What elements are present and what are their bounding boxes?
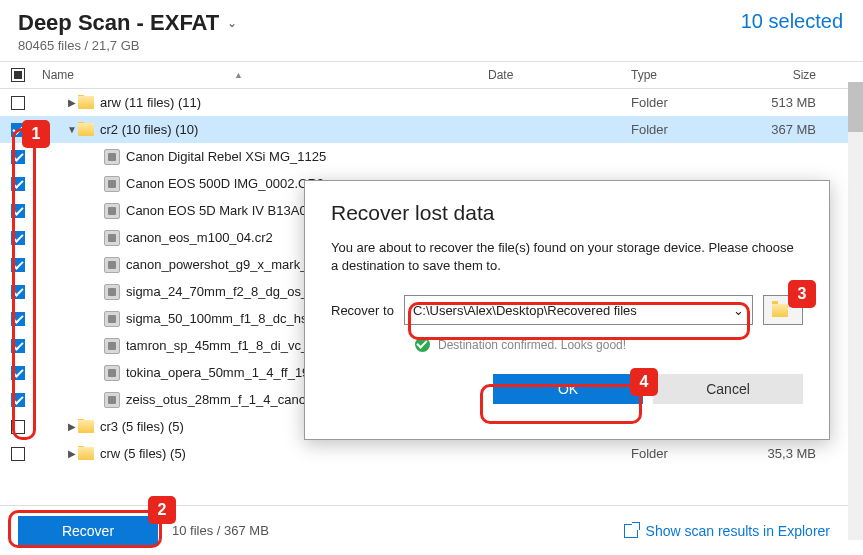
row-checkbox[interactable]: [11, 150, 25, 164]
file-icon: [104, 176, 120, 192]
ok-button[interactable]: OK: [493, 374, 643, 404]
sort-arrow-icon: ▲: [234, 70, 243, 80]
table-header: Name▲ Date Type Size: [0, 61, 863, 89]
table-row[interactable]: ▶crw (5 files) (5)Folder35,3 MB: [0, 440, 863, 467]
table-row[interactable]: ▼cr2 (10 files) (10)Folder367 MB: [0, 116, 863, 143]
expand-toggle-icon[interactable]: ▶: [66, 97, 78, 108]
row-checkbox[interactable]: [11, 231, 25, 245]
file-name: canon_powershot_g9_x_mark_ii_: [126, 257, 320, 272]
select-all-checkbox[interactable]: [11, 68, 25, 82]
folder-icon: [78, 420, 94, 433]
scrollbar-track[interactable]: [848, 82, 863, 540]
row-checkbox[interactable]: [11, 177, 25, 191]
file-name: zeiss_otus_28mm_f_1_4_canon_e: [126, 392, 328, 407]
expand-toggle-icon[interactable]: ▶: [66, 421, 78, 432]
file-name: tamron_sp_45mm_f1_8_di_vc_us: [126, 338, 322, 353]
row-checkbox[interactable]: [11, 393, 25, 407]
file-icon: [104, 257, 120, 273]
file-icon: [104, 284, 120, 300]
row-checkbox[interactable]: [11, 420, 25, 434]
row-checkbox[interactable]: [11, 366, 25, 380]
chevron-down-icon: ⌄: [733, 303, 744, 318]
file-type: Folder: [631, 95, 746, 110]
file-type: Folder: [631, 446, 746, 461]
file-type: Folder: [631, 122, 746, 137]
file-name: canon_eos_m100_04.cr2: [126, 230, 273, 245]
row-checkbox[interactable]: [11, 312, 25, 326]
annotation-4: 4: [630, 368, 658, 396]
footer: Recover 10 files / 367 MB Show scan resu…: [0, 505, 848, 555]
folder-icon: [78, 96, 94, 109]
file-name: Canon Digital Rebel XSi MG_1125: [126, 149, 326, 164]
row-checkbox[interactable]: [11, 285, 25, 299]
file-icon: [104, 338, 120, 354]
file-icon: [104, 230, 120, 246]
file-icon: [104, 149, 120, 165]
file-name: arw (11 files) (11): [100, 95, 201, 110]
row-checkbox[interactable]: [11, 339, 25, 353]
row-checkbox[interactable]: [11, 258, 25, 272]
col-name[interactable]: Name: [42, 68, 74, 82]
row-checkbox[interactable]: [11, 204, 25, 218]
scrollbar-thumb[interactable]: [848, 82, 863, 132]
annotation-2: 2: [148, 496, 176, 524]
file-size: 35,3 MB: [746, 446, 840, 461]
recover-to-label: Recover to: [331, 303, 394, 318]
file-name: sigma_24_70mm_f2_8_dg_os_hs: [126, 284, 322, 299]
folder-icon: [78, 447, 94, 460]
col-size[interactable]: Size: [746, 68, 840, 82]
file-icon: [104, 203, 120, 219]
expand-toggle-icon[interactable]: ▶: [66, 448, 78, 459]
file-name: cr2 (10 files) (10): [100, 122, 198, 137]
file-size: 367 MB: [746, 122, 840, 137]
external-link-icon: [624, 524, 638, 538]
file-icon: [104, 365, 120, 381]
check-circle-icon: [415, 337, 430, 352]
destination-path: C:\Users\Alex\Desktop\Recovered files: [413, 303, 637, 318]
file-size: 513 MB: [746, 95, 840, 110]
cancel-button[interactable]: Cancel: [653, 374, 803, 404]
recover-button[interactable]: Recover: [18, 516, 158, 546]
file-icon: [104, 311, 120, 327]
folder-icon: [772, 304, 788, 317]
folder-icon: [78, 123, 94, 136]
destination-confirmed: Destination confirmed. Looks good!: [415, 337, 803, 352]
file-name: Canon EOS 5D Mark IV B13A073: [126, 203, 321, 218]
header: Deep Scan - EXFAT ⌄ 80465 files / 21,7 G…: [0, 0, 863, 61]
file-name: crw (5 files) (5): [100, 446, 186, 461]
col-type[interactable]: Type: [631, 68, 746, 82]
scan-stats: 80465 files / 21,7 GB: [18, 38, 237, 53]
destination-select[interactable]: C:\Users\Alex\Desktop\Recovered files ⌄: [404, 295, 753, 325]
table-row[interactable]: Canon Digital Rebel XSi MG_1125: [0, 143, 863, 170]
table-row[interactable]: ▶arw (11 files) (11)Folder513 MB: [0, 89, 863, 116]
file-name: sigma_50_100mm_f1_8_dc_hsm_: [126, 311, 325, 326]
file-name: tokina_opera_50mm_1_4_ff_19.c: [126, 365, 319, 380]
file-name: cr3 (5 files) (5): [100, 419, 184, 434]
page-title: Deep Scan - EXFAT: [18, 10, 219, 36]
footer-stats: 10 files / 367 MB: [172, 523, 269, 538]
annotation-3: 3: [788, 280, 816, 308]
row-checkbox[interactable]: [11, 447, 25, 461]
recover-dialog: Recover lost data You are about to recov…: [304, 180, 830, 440]
selected-count: 10 selected: [741, 10, 843, 33]
dialog-title: Recover lost data: [331, 201, 803, 225]
file-icon: [104, 392, 120, 408]
title-dropdown-icon[interactable]: ⌄: [227, 16, 237, 30]
col-date[interactable]: Date: [488, 68, 631, 82]
dialog-text: You are about to recover the file(s) fou…: [331, 239, 803, 275]
annotation-1: 1: [22, 120, 50, 148]
expand-toggle-icon[interactable]: ▼: [66, 124, 78, 135]
row-checkbox[interactable]: [11, 96, 25, 110]
show-in-explorer-link[interactable]: Show scan results in Explorer: [624, 523, 830, 539]
file-name: Canon EOS 500D IMG_0002.CR2: [126, 176, 324, 191]
